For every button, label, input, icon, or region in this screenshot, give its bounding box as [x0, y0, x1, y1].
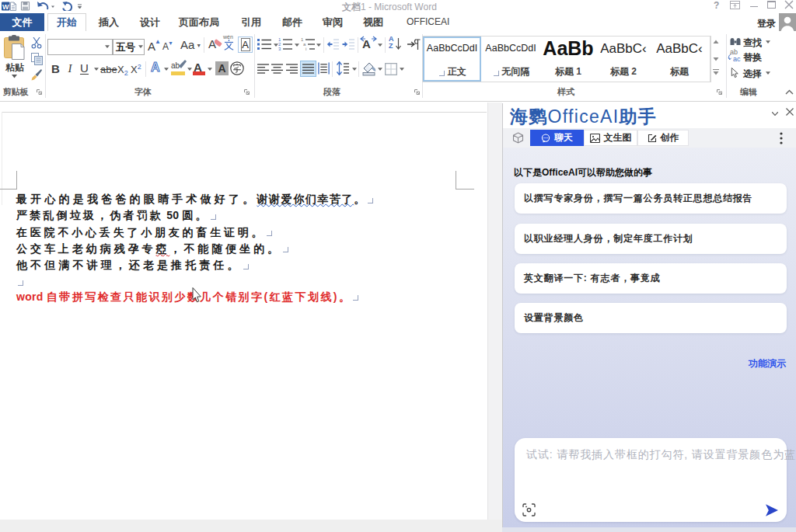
svg-text:3: 3 [278, 47, 281, 50]
svg-text:i: i [305, 47, 306, 50]
svg-text:W: W [2, 3, 9, 11]
